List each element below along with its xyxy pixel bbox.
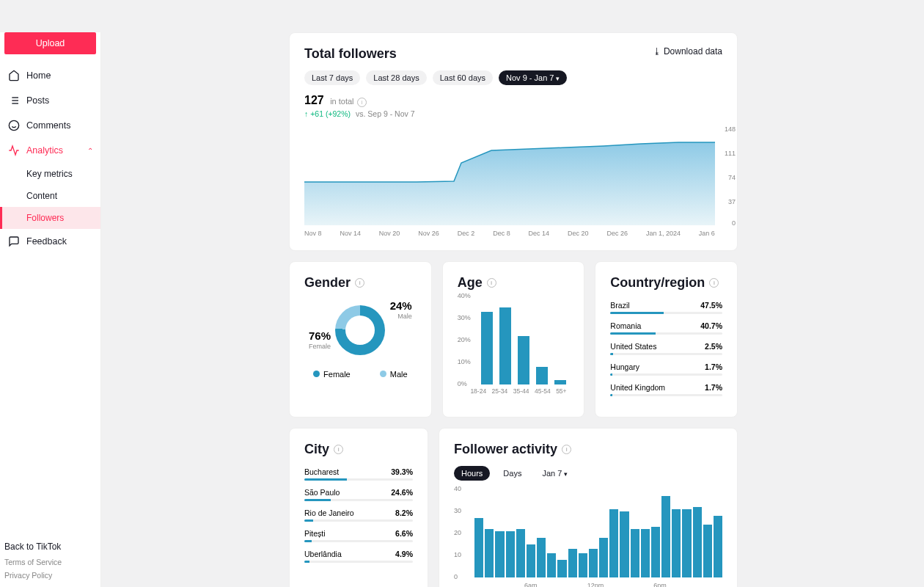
- ranked-value: 1.7%: [705, 383, 722, 392]
- sidebar-sub-followers[interactable]: Followers: [0, 207, 100, 229]
- city-card: Cityi Bucharest39.3% São Paulo24.6% Rio …: [289, 428, 428, 587]
- legend-female: Female: [313, 370, 351, 379]
- ranked-value: 4.9%: [395, 550, 413, 558]
- country-title: Country/regioni: [610, 275, 722, 291]
- feedback-icon: [7, 235, 21, 248]
- tos-link[interactable]: Terms of Service: [4, 558, 96, 566]
- pill-hours[interactable]: Hours: [454, 466, 490, 481]
- female-sublabel: Female: [309, 343, 331, 350]
- ranked-row: Romania40.7%: [610, 321, 722, 335]
- sidebar-sub-content[interactable]: Content: [0, 185, 100, 207]
- y-label: 0: [732, 219, 736, 227]
- download-data-link[interactable]: ⭳ Download data: [653, 46, 722, 56]
- legend-male: Male: [380, 370, 408, 379]
- activity-bar: [568, 549, 577, 577]
- pill-activity-date[interactable]: Jan 7: [535, 466, 574, 481]
- sidebar-item-label: Posts: [26, 95, 49, 106]
- activity-bar: [495, 531, 504, 577]
- back-to-tiktok-link[interactable]: Back to TikTok: [4, 542, 96, 552]
- sidebar-item-feedback[interactable]: Feedback: [0, 229, 100, 254]
- follower-activity-title: Follower activityi: [454, 442, 722, 457]
- ranked-name: Bucharest: [304, 467, 339, 476]
- ranked-row: United Kingdom1.7%: [610, 383, 722, 396]
- main-content: ⭳ Download data Total followers Last 7 d…: [101, 32, 924, 587]
- y-label: 37: [728, 198, 736, 205]
- info-icon[interactable]: i: [355, 278, 364, 288]
- sidebar: Upload Home Posts Comments Analytics ⌃ K…: [0, 32, 101, 587]
- activity-bar: [703, 525, 712, 577]
- activity-bar: [547, 553, 556, 577]
- ranked-value: 1.7%: [705, 362, 722, 371]
- age-bar-chart: 40% 30% 20% 10% 0% 18-2425-3435-4445-545…: [458, 296, 570, 384]
- total-followers-delta: ↑ +61 (+92%) vs. Sep 9 - Nov 7: [304, 109, 722, 118]
- ranked-name: United States: [610, 342, 656, 351]
- sidebar-item-home[interactable]: Home: [0, 63, 100, 88]
- info-icon[interactable]: i: [562, 445, 571, 454]
- sidebar-item-label: Feedback: [26, 236, 67, 247]
- posts-icon: [7, 94, 21, 107]
- activity-bar: [537, 538, 546, 577]
- total-followers-card: ⭳ Download data Total followers Last 7 d…: [289, 32, 738, 251]
- activity-bar: [579, 553, 587, 577]
- y-label: 74: [728, 174, 736, 181]
- ranked-value: 6.6%: [395, 529, 413, 538]
- ranked-name: Hungary: [610, 362, 639, 371]
- sidebar-sub-key-metrics[interactable]: Key metrics: [0, 163, 100, 185]
- ranked-name: São Paulo: [304, 488, 340, 497]
- country-card: Country/regioni Brazil47.5% Romania40.7%…: [595, 261, 738, 418]
- ranked-name: Brazil: [610, 301, 629, 310]
- ranked-row: Hungary1.7%: [610, 362, 722, 376]
- pill-last-7-days[interactable]: Last 7 days: [304, 70, 360, 85]
- male-pct: 24%: [390, 299, 412, 312]
- info-icon[interactable]: i: [487, 278, 496, 288]
- total-followers-suffix: in total: [330, 97, 353, 106]
- activity-bar: [620, 511, 628, 577]
- activity-bar: [474, 518, 483, 577]
- y-label: 148: [725, 125, 736, 133]
- ranked-row: Rio de Janeiro8.2%: [304, 508, 413, 522]
- ranked-row: United States2.5%: [610, 342, 722, 355]
- pill-last-60-days[interactable]: Last 60 days: [433, 70, 493, 85]
- upload-button[interactable]: Upload: [4, 32, 96, 54]
- ranked-value: 40.7%: [700, 321, 722, 330]
- ranked-row: São Paulo24.6%: [304, 488, 413, 501]
- sidebar-item-comments[interactable]: Comments: [0, 113, 100, 138]
- ranked-row: Bucharest39.3%: [304, 467, 413, 481]
- chevron-up-icon: ⌃: [87, 147, 93, 155]
- total-followers-value: 127: [304, 94, 324, 107]
- activity-bar: [485, 529, 494, 577]
- activity-bar: [527, 544, 535, 577]
- activity-bar: [506, 531, 515, 577]
- info-icon[interactable]: i: [709, 278, 719, 288]
- sidebar-item-analytics[interactable]: Analytics ⌃: [0, 138, 100, 163]
- info-icon[interactable]: i: [357, 98, 367, 107]
- privacy-link[interactable]: Privacy Policy: [4, 571, 96, 580]
- pill-last-28-days[interactable]: Last 28 days: [366, 70, 426, 85]
- activity-bar: [672, 509, 681, 577]
- activity-bar: [714, 516, 722, 577]
- activity-bar: [693, 507, 702, 577]
- gender-card: Genderi 76% Female 24% Male Female Male: [289, 261, 432, 418]
- sidebar-footer: Back to TikTok Terms of Service Privacy …: [0, 536, 100, 587]
- age-title: Agei: [458, 275, 570, 291]
- y-label: 111: [725, 150, 736, 157]
- city-title: Cityi: [304, 442, 413, 457]
- ranked-name: Rio de Janeiro: [304, 508, 354, 517]
- activity-bar: [651, 527, 660, 577]
- ranked-row: Brazil47.5%: [610, 301, 722, 314]
- ranked-value: 24.6%: [391, 488, 413, 497]
- activity-bar: [661, 496, 670, 577]
- ranked-value: 2.5%: [705, 342, 722, 351]
- pill-days[interactable]: Days: [496, 466, 529, 481]
- sidebar-item-posts[interactable]: Posts: [0, 88, 100, 113]
- info-icon[interactable]: i: [334, 445, 343, 454]
- ranked-name: Pitești: [304, 529, 326, 538]
- total-followers-title: Total followers: [304, 46, 653, 62]
- activity-bar: [641, 529, 650, 577]
- sidebar-item-label: Analytics: [26, 145, 63, 156]
- ranked-row: Pitești6.6%: [304, 529, 413, 542]
- ranked-name: United Kingdom: [610, 383, 665, 392]
- ranked-value: 39.3%: [391, 467, 413, 476]
- pill-custom-range[interactable]: Nov 9 - Jan 7: [499, 70, 567, 85]
- sidebar-item-label: Comments: [26, 120, 70, 131]
